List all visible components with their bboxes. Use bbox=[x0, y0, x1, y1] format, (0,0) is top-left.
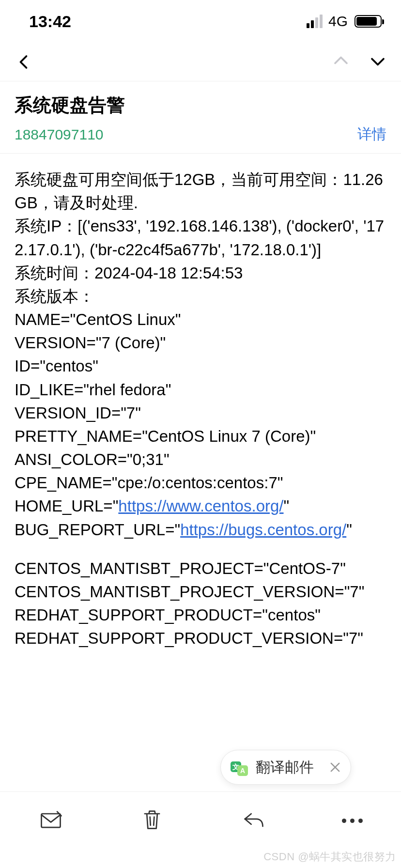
body-text: ID_LIKE="rhel fedora" bbox=[15, 378, 386, 402]
body-text: REDHAT_SUPPORT_PRODUCT="centos" bbox=[15, 604, 386, 627]
chevron-down-icon bbox=[369, 52, 386, 70]
body-text: REDHAT_SUPPORT_PRODUCT_VERSION="7" bbox=[15, 627, 386, 650]
translate-label: 翻译邮件 bbox=[256, 758, 322, 777]
body-text: 系统IP：[('ens33', '192.168.146.138'), ('do… bbox=[15, 215, 386, 261]
envelope-icon bbox=[38, 807, 63, 833]
svg-line-9 bbox=[154, 817, 154, 825]
body-text: CPE_NAME="cpe:/o:centos:centos:7" bbox=[15, 471, 386, 495]
status-right: 4G bbox=[307, 13, 382, 30]
body-text: 系统版本： bbox=[15, 285, 386, 308]
body-text: NAME="CentOS Linux" bbox=[15, 308, 386, 331]
body-text: ANSI_COLOR="0;31" bbox=[15, 448, 386, 471]
body-text: HOME_URL="https://www.centos.org/" bbox=[15, 495, 386, 518]
signal-icon bbox=[307, 15, 323, 28]
status-time: 13:42 bbox=[29, 12, 71, 31]
dot-icon bbox=[342, 819, 346, 823]
bug-url-link[interactable]: https://bugs.centos.org/ bbox=[180, 521, 346, 539]
chevron-up-icon bbox=[332, 52, 350, 70]
body-text: PRETTY_NAME="CentOS Linux 7 (Core)" bbox=[15, 425, 386, 448]
body-text: VERSION_ID="7" bbox=[15, 402, 386, 425]
network-label: 4G bbox=[328, 13, 348, 30]
message-title: 系统硬盘告警 bbox=[15, 93, 386, 118]
chevron-left-icon bbox=[15, 53, 33, 71]
dot-icon bbox=[358, 819, 363, 823]
svg-line-8 bbox=[150, 817, 151, 825]
svg-text:A: A bbox=[240, 767, 245, 775]
home-url-link[interactable]: https://www.centos.org/ bbox=[118, 497, 283, 515]
body-text: CENTOS_MANTISBT_PROJECT_VERSION="7" bbox=[15, 580, 386, 604]
body-text: VERSION="7 (Core)" bbox=[15, 331, 386, 355]
next-message-button[interactable] bbox=[369, 52, 386, 72]
prev-message-button[interactable] bbox=[332, 52, 350, 72]
back-button[interactable] bbox=[15, 52, 34, 72]
close-icon[interactable] bbox=[328, 760, 342, 774]
translate-pill[interactable]: 文 A 翻译邮件 bbox=[220, 750, 351, 785]
body-text: ID="centos" bbox=[15, 355, 386, 378]
dot-icon bbox=[350, 819, 355, 823]
bottom-toolbar bbox=[0, 791, 401, 845]
reply-icon bbox=[241, 807, 266, 833]
watermark: CSDN @蜗牛其实也很努力 bbox=[263, 850, 396, 864]
body-text: 系统时间：2024-04-18 12:54:53 bbox=[15, 262, 386, 285]
delete-button[interactable] bbox=[139, 807, 165, 835]
message-header: 系统硬盘告警 18847097110 详情 bbox=[0, 81, 401, 154]
message-body: 系统硬盘可用空间低于12GB，当前可用空间：11.26GB，请及时处理. 系统I… bbox=[0, 154, 401, 650]
body-text: BUG_REPORT_URL="https://bugs.centos.org/… bbox=[15, 518, 386, 542]
battery-icon bbox=[355, 15, 382, 28]
more-button[interactable] bbox=[342, 819, 363, 823]
body-text: CENTOS_MANTISBT_PROJECT="CentOS-7" bbox=[15, 557, 386, 580]
sender-name[interactable]: 18847097110 bbox=[15, 126, 104, 143]
compose-button[interactable] bbox=[38, 807, 63, 835]
reply-button[interactable] bbox=[241, 807, 266, 835]
detail-link[interactable]: 详情 bbox=[357, 124, 386, 144]
status-bar: 13:42 4G bbox=[0, 0, 401, 43]
body-text: 系统硬盘可用空间低于12GB，当前可用空间：11.26GB，请及时处理. bbox=[15, 168, 386, 215]
svg-rect-6 bbox=[41, 814, 60, 827]
trash-icon bbox=[139, 807, 165, 833]
translate-icon: 文 A bbox=[230, 758, 249, 777]
nav-bar bbox=[0, 43, 401, 81]
